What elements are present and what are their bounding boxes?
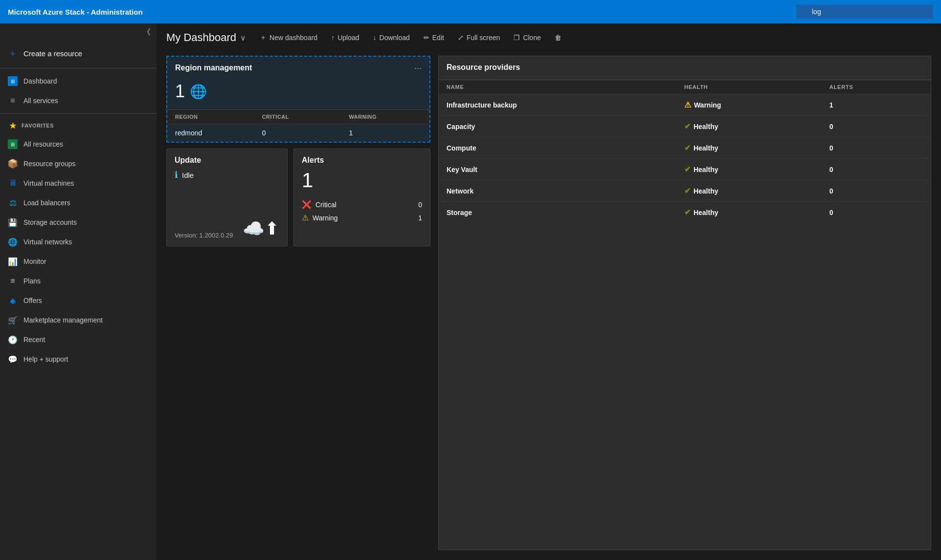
rp-alerts-cell: 0 [822,180,931,202]
sidebar-item-storage-accounts[interactable]: 💾 Storage accounts [0,213,157,232]
sidebar-divider-2 [0,113,157,114]
card-header: Region management ··· [167,57,429,77]
rp-alerts-cell: 0 [822,137,931,159]
rp-name-cell: Network [439,180,676,202]
sidebar-item-label: Offers [23,297,42,304]
health-status-text: Healthy [694,144,718,152]
sidebar-item-monitor[interactable]: 📊 Monitor [0,252,157,271]
upload-button[interactable]: ↑ Upload [325,31,365,44]
sidebar-item-load-balancers[interactable]: ⚖ Load balancers [0,193,157,213]
sidebar-item-label: Storage accounts [23,218,77,226]
dashboard-right-column: Resource providers NAME HEALTH ALERTS In… [438,56,931,550]
clone-button[interactable]: ❐ Clone [508,31,547,44]
alerts-title: Alerts [302,156,422,165]
download-button[interactable]: ↓ Download [367,31,416,44]
sidebar-item-label: Resource groups [23,160,76,168]
recent-icon: 🕐 [8,335,18,345]
table-row[interactable]: Compute✔Healthy0 [439,137,931,159]
rp-alerts-cell: 0 [822,202,931,223]
region-management-more-button[interactable]: ··· [414,64,422,72]
upload-label: Upload [337,34,359,42]
sidebar-item-label: All services [23,97,58,105]
region-col-header: REGION [167,110,254,124]
upload-icon: ↑ [331,34,335,42]
sidebar-item-marketplace-management[interactable]: 🛒 Marketplace management [0,310,157,330]
fullscreen-button[interactable]: ⤢ Full screen [452,31,506,44]
critical-col-header: CRITICAL [254,110,341,124]
table-row[interactable]: Network✔Healthy0 [439,180,931,202]
critical-count: 0 [412,201,422,209]
sidebar-item-resource-groups[interactable]: 📦 Resource groups [0,154,157,173]
sidebar-item-virtual-machines[interactable]: 🖥 Virtual machines [0,173,157,193]
health-status-icon: ⚠ [684,100,691,109]
critical-label: Critical [315,201,336,209]
dashboard-icon: ⊞ [8,76,18,86]
search-container: 🔍 [796,5,933,19]
table-row[interactable]: redmond 0 1 [167,124,429,142]
health-status-text: Healthy [694,166,718,173]
marketplace-icon: 🛒 [8,315,18,325]
sidebar-collapse-bar: 《 [0,23,157,42]
sidebar-collapse-button[interactable]: 《 [143,27,151,38]
rp-alerts-cell: 0 [822,116,931,137]
rp-health-col-header: HEALTH [676,80,822,94]
table-row[interactable]: Infrastructure backup⚠Warning1 [439,94,931,116]
virtual-machines-icon: 🖥 [8,178,18,188]
critical-cell: 0 [254,124,341,142]
rp-name-cell: Storage [439,202,676,223]
globe-icon: 🌐 [190,84,207,100]
edit-button[interactable]: ✏ Edit [418,31,450,44]
delete-button[interactable]: 🗑 [549,31,567,44]
rp-health-cell: ✔Healthy [676,116,822,137]
sidebar-item-label: Virtual networks [23,238,72,246]
sidebar-item-recent[interactable]: 🕐 Recent [0,330,157,349]
update-card-top: Update ℹ Idle [175,156,279,180]
rp-name-cell: Capacity [439,116,676,137]
star-icon: ★ [8,121,18,130]
sidebar-item-help-support[interactable]: 💬 Help + support [0,349,157,369]
health-status-text: Healthy [694,123,718,130]
warning-count: 1 [412,214,422,222]
rp-name-cell: Infrastructure backup [439,94,676,116]
fullscreen-label: Full screen [467,34,500,42]
warning-cell: 1 [341,124,429,142]
sidebar-item-create-resource[interactable]: ＋ Create a resource [0,42,157,65]
sidebar-item-plans[interactable]: ≡ Plans [0,271,157,291]
table-row[interactable]: Capacity✔Healthy0 [439,116,931,137]
edit-icon: ✏ [424,34,429,42]
cloud-upload-icon: ☁️⬆ [243,218,279,239]
sidebar-item-dashboard[interactable]: ⊞ Dashboard [0,71,157,91]
table-row[interactable]: Storage✔Healthy0 [439,202,931,223]
rp-name-cell: Key Vault [439,159,676,180]
main-layout: 《 ＋ Create a resource ⊞ Dashboard ≡ All … [0,23,941,560]
rp-health-cell: ✔Healthy [676,137,822,159]
rp-name-col-header: NAME [439,80,676,94]
dashboard-title: My Dashboard [166,31,236,44]
storage-accounts-icon: 💾 [8,217,18,227]
sidebar-item-all-resources[interactable]: ⊞ All resources [0,134,157,154]
sidebar-item-virtual-networks[interactable]: 🌐 Virtual networks [0,232,157,252]
sidebar-divider-1 [0,68,157,68]
update-footer: Version: 1.2002.0.29 ☁️⬆ [175,209,279,239]
sidebar-item-label: Dashboard [23,77,57,85]
sidebar-item-label: Recent [23,336,45,344]
table-row[interactable]: Key Vault✔Healthy0 [439,159,931,180]
update-status-text: Idle [182,171,194,179]
sidebar-item-label: Help + support [23,355,68,363]
resource-groups-icon: 📦 [8,159,18,169]
region-table-header-row: REGION CRITICAL WARNING [167,110,429,124]
app-title: Microsoft Azure Stack - Administration [8,8,796,16]
new-dashboard-icon: ＋ [260,33,267,42]
all-services-icon: ≡ [8,96,18,106]
rp-header-row: NAME HEALTH ALERTS [439,80,931,94]
sidebar-item-offers[interactable]: ◆ Offers [0,291,157,310]
dashboard-dropdown-chevron[interactable]: ∨ [240,33,246,43]
favorites-label: FAVORITES [22,123,54,129]
health-status-icon: ✔ [684,122,691,131]
new-dashboard-button[interactable]: ＋ New dashboard [254,30,323,45]
sidebar-item-all-services[interactable]: ≡ All services [0,91,157,110]
search-input[interactable] [796,5,933,19]
health-status-icon: ✔ [684,208,691,217]
region-management-title: Region management [175,64,252,72]
rp-health-cell: ✔Healthy [676,180,822,202]
